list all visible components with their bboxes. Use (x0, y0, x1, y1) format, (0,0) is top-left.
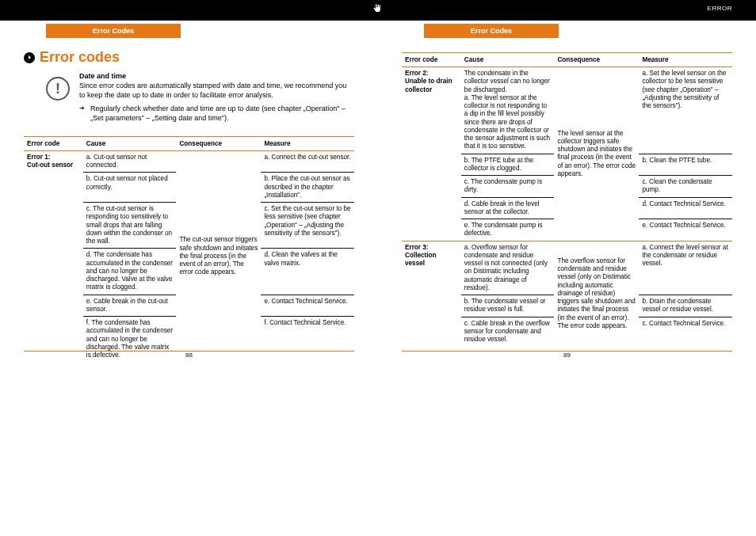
error-table-left: Error code Cause Consequence Measure Err… (24, 136, 354, 363)
error-table-right: Error code Cause Consequence Measure Err… (402, 52, 732, 346)
top-black-bar: ERROR (0, 0, 756, 21)
cell-cause: b. The condensate vessel or residue vess… (461, 295, 555, 317)
cell-measure: c. Contact Technical Service. (639, 317, 732, 346)
title-text: Error codes (40, 49, 120, 66)
cell-code: Error 1: Cut-out sensor (24, 150, 83, 362)
table-header-row: Error code Cause Consequence Measure (24, 136, 354, 150)
page-number-right: 89 (402, 352, 732, 359)
th-code: Error code (24, 136, 83, 150)
note-heading: Date and time (79, 72, 354, 80)
cell-cause: a. Overflow sensor for condensate and re… (461, 241, 555, 295)
chevron-right-icon (24, 52, 35, 63)
th-consequence: Consequence (554, 53, 639, 67)
info-icon: ! (46, 77, 70, 101)
cell-measure: e. Contact Technical Service. (639, 219, 732, 241)
cell-cause: a. Cut-out sensor not connected. (83, 150, 177, 173)
cell-measure: c. Clean the condensate pump. (639, 176, 732, 198)
table-row: Error 2: Unable to drain collector The c… (402, 67, 732, 154)
cell-cause: c. Cable break in the overflow sensor fo… (461, 317, 555, 346)
footer-right: 89 (402, 348, 732, 359)
cell-cause: d. Cable break in the level sensor at th… (461, 197, 555, 219)
th-code: Error code (402, 53, 461, 67)
cell-consequence: The overflow sensor for condensate and r… (554, 241, 639, 346)
note-body: Since error codes are automatically stam… (79, 82, 354, 100)
hand-icon (372, 0, 384, 16)
section-label: ERROR (708, 5, 732, 12)
cell-cause-intro: The condensate in the collector vessel c… (464, 70, 550, 93)
header-tab-right: Error Codes (424, 24, 559, 38)
page-title: Error codes (24, 49, 354, 66)
th-cause: Cause (461, 53, 555, 67)
cell-measure: a. Connect the level sensor at the conde… (639, 241, 732, 295)
cell-measure: c. Set the cut-out sensor to be less sen… (261, 203, 354, 249)
cell-code: Error 3: Collection vessel (402, 241, 461, 346)
cell-cause-a: a. The level sensor at the collector is … (464, 94, 550, 150)
th-measure: Measure (261, 136, 354, 150)
cell-measure: a. Set the level sensor on the collector… (639, 67, 732, 154)
page-right: Error Codes Error code Cause Consequence… (378, 21, 756, 370)
cell-cause: e. The condensate pump is defective. (461, 219, 555, 241)
table-header-row: Error code Cause Consequence Measure (402, 53, 732, 67)
cell-cause: c. The condensate pump is dirty. (461, 176, 555, 198)
cell-cause: d. The condensate has accumulated in the… (83, 249, 177, 295)
th-measure: Measure (639, 53, 732, 67)
cell-measure: b. Clean the PTFE tube. (639, 154, 732, 176)
cell-cause: The condensate in the collector vessel c… (461, 67, 555, 154)
note-tip: Regularly check whether date and time ar… (79, 105, 354, 123)
cell-cause: b. Cut-out sensor not placed correctly. (83, 173, 177, 203)
cell-cause: e. Cable break in the cut-out sensor. (83, 295, 177, 317)
th-cause: Cause (83, 136, 177, 150)
footer-left: 88 (24, 348, 354, 359)
table-row: Error 3: Collection vessel a. Overflow s… (402, 241, 732, 295)
note-block: ! Date and time Since error codes are au… (78, 72, 354, 128)
page-number-left: 88 (24, 352, 354, 359)
cell-code: Error 2: Unable to drain collector (402, 67, 461, 241)
cell-measure: b. Place the cut-out sensor as described… (261, 173, 354, 203)
cell-cause: b. The PTFE tube at the collector is clo… (461, 154, 555, 176)
cell-measure: e. Contact Technical Service. (261, 295, 354, 317)
header-tab-left: Error Codes (46, 24, 181, 38)
cell-measure: b. Drain the condensate vessel or residu… (639, 295, 732, 317)
cell-measure: a. Connect the cut-out sensor. (261, 150, 354, 173)
cell-measure: d. Contact Technical Service. (639, 197, 732, 219)
cell-consequence: The level sensor at the collector trigge… (554, 67, 639, 241)
cell-consequence: The cut-out sensor triggers safe shutdow… (176, 150, 261, 362)
th-consequence: Consequence (176, 136, 261, 150)
cell-cause: c. The cut-out sensor is responding too … (83, 203, 177, 249)
table-row: Error 1: Cut-out sensor a. Cut-out senso… (24, 150, 354, 173)
cell-measure: d. Clean the valves at the valve matrix. (261, 249, 354, 295)
page-left: Error Codes Error codes ! Date and time … (0, 21, 378, 370)
page-spread: Error Codes Error codes ! Date and time … (0, 21, 756, 370)
